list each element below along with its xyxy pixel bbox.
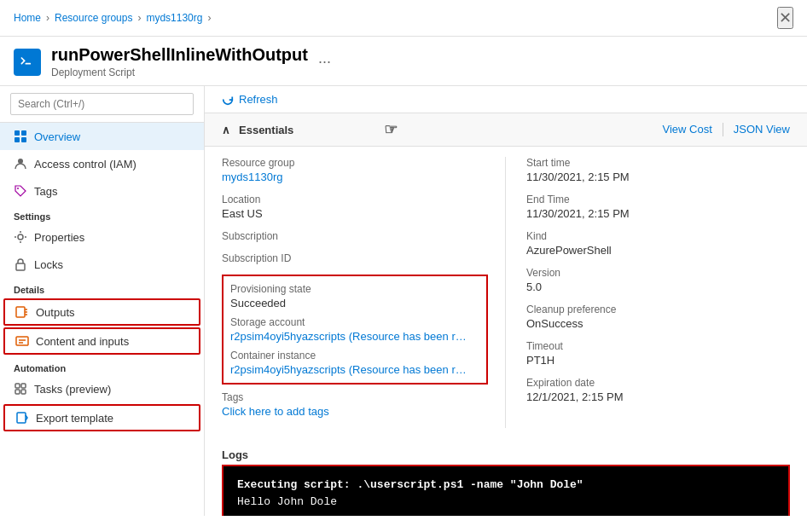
svg-rect-2 bbox=[15, 137, 20, 142]
field-storage-account: Storage account r2psim4oyi5hyazscripts (… bbox=[230, 316, 479, 343]
close-button[interactable]: ✕ bbox=[777, 7, 793, 29]
field-subscription-id: Subscription ID bbox=[222, 252, 488, 264]
field-value-storage-account[interactable]: r2psim4oyi5hyazscripts (Resource has bee… bbox=[230, 330, 469, 343]
refresh-icon bbox=[222, 94, 234, 106]
sidebar-item-export-template[interactable]: Export template bbox=[3, 404, 200, 431]
view-cost-link[interactable]: View Cost bbox=[662, 123, 711, 136]
field-subscription: Subscription bbox=[222, 230, 488, 242]
tasks-icon bbox=[14, 382, 27, 396]
refresh-label: Refresh bbox=[239, 93, 278, 106]
field-label-location: Location bbox=[222, 194, 488, 205]
logs-content-box: Executing script: .\userscript.ps1 -name… bbox=[222, 465, 790, 516]
svg-rect-1 bbox=[21, 130, 26, 136]
field-timeout: Timeout PT1H bbox=[526, 340, 790, 367]
logs-label: Logs bbox=[222, 448, 790, 461]
breadcrumb-rg-name[interactable]: myds1130rg bbox=[146, 12, 202, 24]
svg-point-6 bbox=[18, 234, 23, 240]
field-value-provisioning-state: Succeeded bbox=[230, 297, 479, 309]
sidebar-label-export-template: Export template bbox=[36, 412, 113, 425]
export-template-icon bbox=[15, 411, 29, 425]
field-value-tags[interactable]: Click here to add tags bbox=[222, 405, 488, 418]
field-container-instance: Container instance r2psim4oyi5hyazscript… bbox=[230, 350, 479, 376]
svg-rect-10 bbox=[15, 384, 20, 388]
tags-icon bbox=[14, 184, 27, 198]
provisioning-section: Provisioning state Succeeded Storage acc… bbox=[222, 275, 488, 385]
svg-rect-12 bbox=[15, 390, 20, 394]
automation-section-header: Automation bbox=[0, 356, 204, 375]
content-area: Refresh ∧ Essentials ☞ View Cost JSON Vi… bbox=[205, 86, 807, 516]
field-label-start-time: Start time bbox=[526, 157, 790, 169]
content-inputs-icon bbox=[15, 334, 29, 348]
sidebar-item-access-control[interactable]: Access control (IAM) bbox=[0, 150, 204, 177]
field-label-timeout: Timeout bbox=[526, 340, 790, 352]
field-label-container-instance: Container instance bbox=[230, 350, 479, 361]
details-section-header: Details bbox=[0, 278, 204, 297]
svg-rect-11 bbox=[21, 384, 26, 388]
search-input[interactable] bbox=[10, 93, 194, 115]
sidebar-item-properties[interactable]: Properties bbox=[0, 223, 204, 251]
refresh-button[interactable]: Refresh bbox=[222, 93, 278, 106]
field-label-resource-group: Resource group bbox=[222, 157, 488, 169]
essentials-right-col: Start time 11/30/2021, 2:15 PM End Time … bbox=[506, 157, 790, 428]
sidebar-item-outputs[interactable]: Outputs bbox=[3, 298, 200, 326]
locks-icon bbox=[14, 257, 27, 271]
field-kind: Kind AzurePowerShell bbox=[526, 230, 790, 257]
svg-point-5 bbox=[17, 188, 19, 189]
sidebar-label-outputs: Outputs bbox=[36, 306, 75, 319]
sidebar-label-overview: Overview bbox=[34, 130, 80, 143]
main-layout: Overview Access control (IAM) Tags Setti… bbox=[0, 86, 807, 516]
properties-icon bbox=[14, 230, 27, 244]
title-bar: runPowerShellInlineWithOutput Deployment… bbox=[0, 37, 807, 86]
overview-icon bbox=[14, 130, 27, 143]
sidebar-label-properties: Properties bbox=[34, 231, 84, 244]
sidebar-search-area bbox=[0, 86, 204, 123]
title-text-group: runPowerShellInlineWithOutput Deployment… bbox=[51, 45, 308, 78]
sidebar-item-content-inputs[interactable]: Content and inputs bbox=[3, 327, 200, 355]
essentials-left-col: Resource group myds1130rg Location East … bbox=[222, 157, 506, 428]
field-label-cleanup-preference: Cleanup preference bbox=[526, 304, 790, 315]
logs-line-2: Hello John Dole bbox=[237, 494, 775, 511]
field-resource-group: Resource group myds1130rg bbox=[222, 157, 488, 183]
field-expiration-date: Expiration date 12/1/2021, 2:15 PM bbox=[526, 377, 790, 403]
field-start-time: Start time 11/30/2021, 2:15 PM bbox=[526, 157, 790, 183]
field-label-end-time: End Time bbox=[526, 194, 790, 205]
powershell-icon bbox=[19, 54, 36, 71]
svg-rect-3 bbox=[21, 137, 26, 142]
field-value-end-time: 11/30/2021, 2:15 PM bbox=[526, 207, 790, 220]
essentials-grid: Resource group myds1130rg Location East … bbox=[205, 147, 807, 438]
field-label-kind: Kind bbox=[526, 230, 790, 242]
hand-cursor-icon: ☞ bbox=[384, 120, 398, 139]
breadcrumb-home[interactable]: Home bbox=[14, 12, 41, 24]
more-options-button[interactable]: ··· bbox=[318, 53, 331, 71]
field-value-resource-group[interactable]: myds1130rg bbox=[222, 171, 488, 183]
sidebar-label-locks: Locks bbox=[34, 258, 63, 271]
outputs-icon bbox=[15, 305, 29, 319]
field-value-container-instance[interactable]: r2psim4oyi5hyazscripts (Resource has bee… bbox=[230, 363, 469, 376]
field-location: Location East US bbox=[222, 194, 488, 220]
top-bar: Home › Resource groups › myds1130rg › ✕ bbox=[0, 0, 807, 37]
svg-rect-7 bbox=[16, 263, 25, 270]
sidebar-item-tags[interactable]: Tags bbox=[0, 177, 204, 205]
svg-point-4 bbox=[18, 159, 23, 164]
page-subtitle: Deployment Script bbox=[51, 66, 308, 78]
essentials-section-header: ∧ Essentials ☞ View Cost JSON View bbox=[205, 113, 807, 147]
json-view-link[interactable]: JSON View bbox=[734, 123, 790, 136]
page-title: runPowerShellInlineWithOutput bbox=[51, 45, 308, 65]
breadcrumb-resource-groups[interactable]: Resource groups bbox=[55, 12, 132, 24]
sidebar-item-overview[interactable]: Overview bbox=[0, 123, 204, 150]
field-value-kind: AzurePowerShell bbox=[526, 244, 790, 257]
essentials-chevron-icon[interactable]: ∧ bbox=[222, 124, 230, 136]
access-control-icon bbox=[14, 157, 27, 171]
svg-rect-0 bbox=[15, 130, 20, 136]
essentials-title-group: ∧ Essentials ☞ bbox=[222, 120, 398, 139]
settings-section-header: Settings bbox=[0, 205, 204, 223]
essentials-actions: View Cost JSON View bbox=[662, 123, 790, 136]
field-cleanup-preference: Cleanup preference OnSuccess bbox=[526, 304, 790, 330]
sidebar-item-tasks-preview[interactable]: Tasks (preview) bbox=[0, 375, 204, 402]
sidebar: Overview Access control (IAM) Tags Setti… bbox=[0, 86, 205, 516]
svg-rect-14 bbox=[17, 413, 26, 423]
field-value-location: East US bbox=[222, 207, 488, 220]
sidebar-item-locks[interactable]: Locks bbox=[0, 251, 204, 278]
section-divider bbox=[723, 123, 723, 136]
breadcrumb: Home › Resource groups › myds1130rg › bbox=[14, 12, 211, 24]
